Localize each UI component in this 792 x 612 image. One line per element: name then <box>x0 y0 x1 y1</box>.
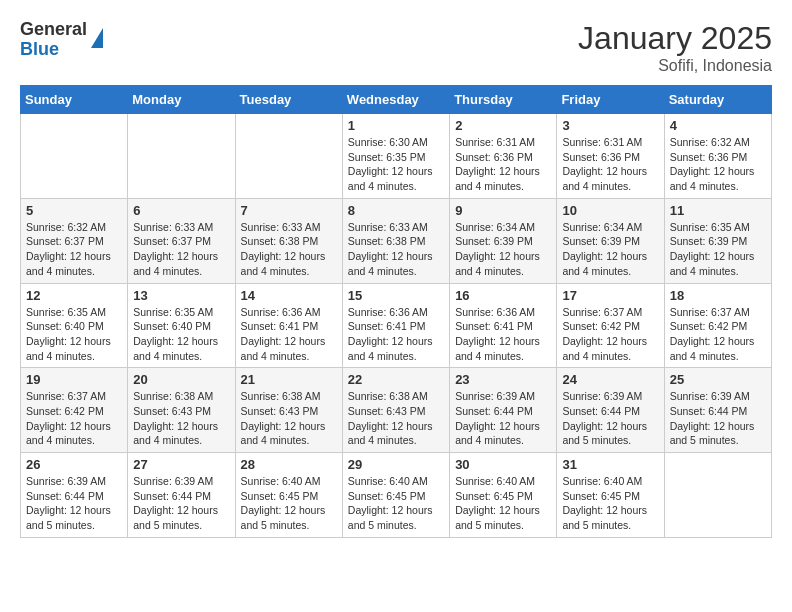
day-number: 13 <box>133 288 229 303</box>
cell-content: Sunrise: 6:40 AM Sunset: 6:45 PM Dayligh… <box>562 474 658 533</box>
day-header-thursday: Thursday <box>450 86 557 114</box>
cell-content: Sunrise: 6:31 AM Sunset: 6:36 PM Dayligh… <box>562 135 658 194</box>
calendar-cell: 19Sunrise: 6:37 AM Sunset: 6:42 PM Dayli… <box>21 368 128 453</box>
day-number: 26 <box>26 457 122 472</box>
calendar-cell: 3Sunrise: 6:31 AM Sunset: 6:36 PM Daylig… <box>557 114 664 199</box>
page-header: General Blue January 2025 Sofifi, Indone… <box>20 20 772 75</box>
calendar-cell: 5Sunrise: 6:32 AM Sunset: 6:37 PM Daylig… <box>21 198 128 283</box>
calendar-cell: 6Sunrise: 6:33 AM Sunset: 6:37 PM Daylig… <box>128 198 235 283</box>
days-header-row: SundayMondayTuesdayWednesdayThursdayFrid… <box>21 86 772 114</box>
calendar-cell: 20Sunrise: 6:38 AM Sunset: 6:43 PM Dayli… <box>128 368 235 453</box>
cell-content: Sunrise: 6:37 AM Sunset: 6:42 PM Dayligh… <box>562 305 658 364</box>
cell-content: Sunrise: 6:38 AM Sunset: 6:43 PM Dayligh… <box>133 389 229 448</box>
cell-content: Sunrise: 6:36 AM Sunset: 6:41 PM Dayligh… <box>455 305 551 364</box>
day-header-sunday: Sunday <box>21 86 128 114</box>
cell-content: Sunrise: 6:35 AM Sunset: 6:39 PM Dayligh… <box>670 220 766 279</box>
logo-blue: Blue <box>20 40 87 60</box>
calendar-cell: 4Sunrise: 6:32 AM Sunset: 6:36 PM Daylig… <box>664 114 771 199</box>
day-number: 9 <box>455 203 551 218</box>
logo-icon <box>91 28 103 48</box>
calendar-cell: 13Sunrise: 6:35 AM Sunset: 6:40 PM Dayli… <box>128 283 235 368</box>
calendar-cell: 9Sunrise: 6:34 AM Sunset: 6:39 PM Daylig… <box>450 198 557 283</box>
calendar-cell <box>664 453 771 538</box>
day-number: 3 <box>562 118 658 133</box>
day-number: 7 <box>241 203 337 218</box>
day-header-monday: Monday <box>128 86 235 114</box>
day-number: 21 <box>241 372 337 387</box>
day-number: 22 <box>348 372 444 387</box>
calendar-cell <box>128 114 235 199</box>
calendar-cell: 30Sunrise: 6:40 AM Sunset: 6:45 PM Dayli… <box>450 453 557 538</box>
cell-content: Sunrise: 6:39 AM Sunset: 6:44 PM Dayligh… <box>670 389 766 448</box>
calendar-cell: 17Sunrise: 6:37 AM Sunset: 6:42 PM Dayli… <box>557 283 664 368</box>
logo-general: General <box>20 20 87 40</box>
day-number: 14 <box>241 288 337 303</box>
cell-content: Sunrise: 6:32 AM Sunset: 6:37 PM Dayligh… <box>26 220 122 279</box>
day-header-friday: Friday <box>557 86 664 114</box>
calendar-cell: 26Sunrise: 6:39 AM Sunset: 6:44 PM Dayli… <box>21 453 128 538</box>
cell-content: Sunrise: 6:37 AM Sunset: 6:42 PM Dayligh… <box>26 389 122 448</box>
cell-content: Sunrise: 6:35 AM Sunset: 6:40 PM Dayligh… <box>26 305 122 364</box>
day-number: 5 <box>26 203 122 218</box>
day-number: 20 <box>133 372 229 387</box>
page-subtitle: Sofifi, Indonesia <box>578 57 772 75</box>
cell-content: Sunrise: 6:39 AM Sunset: 6:44 PM Dayligh… <box>133 474 229 533</box>
cell-content: Sunrise: 6:36 AM Sunset: 6:41 PM Dayligh… <box>348 305 444 364</box>
day-number: 6 <box>133 203 229 218</box>
calendar-cell: 14Sunrise: 6:36 AM Sunset: 6:41 PM Dayli… <box>235 283 342 368</box>
day-number: 2 <box>455 118 551 133</box>
calendar-cell <box>21 114 128 199</box>
day-number: 29 <box>348 457 444 472</box>
calendar-cell: 27Sunrise: 6:39 AM Sunset: 6:44 PM Dayli… <box>128 453 235 538</box>
calendar-cell: 21Sunrise: 6:38 AM Sunset: 6:43 PM Dayli… <box>235 368 342 453</box>
week-row-2: 5Sunrise: 6:32 AM Sunset: 6:37 PM Daylig… <box>21 198 772 283</box>
cell-content: Sunrise: 6:30 AM Sunset: 6:35 PM Dayligh… <box>348 135 444 194</box>
calendar-cell: 7Sunrise: 6:33 AM Sunset: 6:38 PM Daylig… <box>235 198 342 283</box>
calendar-cell: 10Sunrise: 6:34 AM Sunset: 6:39 PM Dayli… <box>557 198 664 283</box>
cell-content: Sunrise: 6:40 AM Sunset: 6:45 PM Dayligh… <box>348 474 444 533</box>
calendar-cell: 31Sunrise: 6:40 AM Sunset: 6:45 PM Dayli… <box>557 453 664 538</box>
logo: General Blue <box>20 20 103 60</box>
calendar-cell: 28Sunrise: 6:40 AM Sunset: 6:45 PM Dayli… <box>235 453 342 538</box>
cell-content: Sunrise: 6:38 AM Sunset: 6:43 PM Dayligh… <box>241 389 337 448</box>
calendar-cell: 8Sunrise: 6:33 AM Sunset: 6:38 PM Daylig… <box>342 198 449 283</box>
week-row-4: 19Sunrise: 6:37 AM Sunset: 6:42 PM Dayli… <box>21 368 772 453</box>
day-number: 31 <box>562 457 658 472</box>
cell-content: Sunrise: 6:32 AM Sunset: 6:36 PM Dayligh… <box>670 135 766 194</box>
day-number: 24 <box>562 372 658 387</box>
day-number: 11 <box>670 203 766 218</box>
day-number: 4 <box>670 118 766 133</box>
calendar-cell: 1Sunrise: 6:30 AM Sunset: 6:35 PM Daylig… <box>342 114 449 199</box>
calendar-cell: 22Sunrise: 6:38 AM Sunset: 6:43 PM Dayli… <box>342 368 449 453</box>
week-row-1: 1Sunrise: 6:30 AM Sunset: 6:35 PM Daylig… <box>21 114 772 199</box>
cell-content: Sunrise: 6:39 AM Sunset: 6:44 PM Dayligh… <box>562 389 658 448</box>
day-number: 15 <box>348 288 444 303</box>
cell-content: Sunrise: 6:36 AM Sunset: 6:41 PM Dayligh… <box>241 305 337 364</box>
day-number: 19 <box>26 372 122 387</box>
calendar-cell <box>235 114 342 199</box>
day-number: 23 <box>455 372 551 387</box>
cell-content: Sunrise: 6:40 AM Sunset: 6:45 PM Dayligh… <box>455 474 551 533</box>
day-number: 12 <box>26 288 122 303</box>
day-number: 1 <box>348 118 444 133</box>
logo-text: General Blue <box>20 20 87 60</box>
calendar-cell: 12Sunrise: 6:35 AM Sunset: 6:40 PM Dayli… <box>21 283 128 368</box>
calendar-cell: 23Sunrise: 6:39 AM Sunset: 6:44 PM Dayli… <box>450 368 557 453</box>
calendar-cell: 2Sunrise: 6:31 AM Sunset: 6:36 PM Daylig… <box>450 114 557 199</box>
day-number: 30 <box>455 457 551 472</box>
cell-content: Sunrise: 6:40 AM Sunset: 6:45 PM Dayligh… <box>241 474 337 533</box>
cell-content: Sunrise: 6:39 AM Sunset: 6:44 PM Dayligh… <box>26 474 122 533</box>
cell-content: Sunrise: 6:34 AM Sunset: 6:39 PM Dayligh… <box>562 220 658 279</box>
calendar-body: 1Sunrise: 6:30 AM Sunset: 6:35 PM Daylig… <box>21 114 772 538</box>
cell-content: Sunrise: 6:33 AM Sunset: 6:38 PM Dayligh… <box>348 220 444 279</box>
day-header-saturday: Saturday <box>664 86 771 114</box>
day-header-tuesday: Tuesday <box>235 86 342 114</box>
calendar-header: SundayMondayTuesdayWednesdayThursdayFrid… <box>21 86 772 114</box>
day-header-wednesday: Wednesday <box>342 86 449 114</box>
cell-content: Sunrise: 6:34 AM Sunset: 6:39 PM Dayligh… <box>455 220 551 279</box>
cell-content: Sunrise: 6:33 AM Sunset: 6:38 PM Dayligh… <box>241 220 337 279</box>
day-number: 17 <box>562 288 658 303</box>
week-row-3: 12Sunrise: 6:35 AM Sunset: 6:40 PM Dayli… <box>21 283 772 368</box>
calendar-cell: 29Sunrise: 6:40 AM Sunset: 6:45 PM Dayli… <box>342 453 449 538</box>
day-number: 16 <box>455 288 551 303</box>
